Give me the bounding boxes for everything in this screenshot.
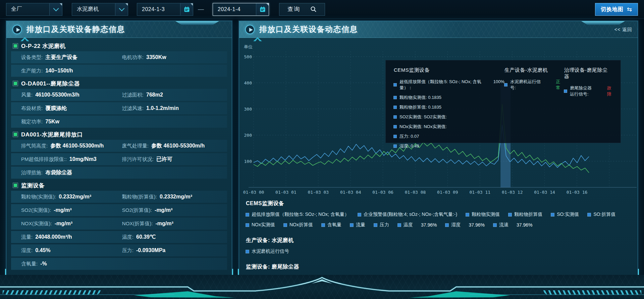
info-cell: 压力:-0.0930MPa xyxy=(122,247,227,254)
section-title: DA001-水泥磨尾排放口 xyxy=(21,131,83,138)
legend-label: NOx实测值 xyxy=(252,222,275,228)
legend-item[interactable]: SO:折算值 xyxy=(588,212,615,218)
field-label: 颗粒物(折算值): xyxy=(122,194,157,200)
field-value: 布袋除尘器 xyxy=(45,169,72,176)
legend-item[interactable]: 压力 xyxy=(374,222,389,228)
end-date-input[interactable]: 2024-1-4 xyxy=(213,3,269,16)
tooltip-item-value: 故障 xyxy=(607,85,612,97)
legend-square-icon xyxy=(322,224,325,227)
legend-label: 颗粒物实测值 xyxy=(472,212,500,218)
legend-item[interactable]: 企业预警值(颗粒物:4; sOz-; NOx-;含氧气量:-) xyxy=(358,212,457,218)
dashboard: 全厂 水泥磨机 2024-1-3 — 2024-1-4 xyxy=(0,0,644,299)
tooltip-column: 治理设备-磨尾除尘器磨尾除尘器运行信号:故障 xyxy=(564,67,612,136)
legend-item[interactable]: 流量 xyxy=(350,222,365,228)
legend-item[interactable]: 流速37.96% xyxy=(493,222,532,228)
info-cell: 颗粒物(实测值):0.2332mg/m³ xyxy=(21,194,122,200)
static-info-panel: 排放口及关联设备静态信息 O-P-22 水泥磨机设备类型:主要生产设备电机功率:… xyxy=(6,21,232,278)
info-row: 流量:24048.000m³/h温度:60.39℃ xyxy=(11,231,227,243)
info-cell: 过滤风速:1.0-1.2m/min xyxy=(122,105,227,112)
legend-item[interactable]: 颗粒物折算值 xyxy=(508,212,542,218)
info-row: 布袋材质:覆膜涤纶过滤风速:1.0-1.2m/min xyxy=(11,102,227,114)
legend-value: 37.96% xyxy=(517,222,532,228)
field-label: PM超低排排放限值:: xyxy=(21,156,67,163)
chevron-down-icon xyxy=(53,5,59,11)
tooltip-item-label: 湿度: 0.49 xyxy=(399,143,419,149)
production-device-group: 生产设备: 水泥磨机 水泥磨机运行信号 xyxy=(246,237,632,254)
legend-square-icon xyxy=(394,116,396,118)
x-tick-label: 01-03 11 xyxy=(469,190,490,195)
info-cell: 过滤面积:768m2 xyxy=(122,92,227,98)
field-value: 覆膜涤纶 xyxy=(45,105,67,112)
swap-arrows-icon: ⇆ xyxy=(627,6,632,13)
query-button-label: 查询 xyxy=(287,5,300,13)
legend-item[interactable]: 颗粒物实测值 xyxy=(466,212,500,218)
production-device-heading: 生产设备: 水泥磨机 xyxy=(246,237,632,244)
x-tick-label: 01-03 14 xyxy=(534,190,555,195)
info-cell: NOX(折算值):-mg/m³ xyxy=(122,221,227,227)
green-square-icon xyxy=(14,82,17,85)
info-row: 生产能力:140~150t/h xyxy=(11,65,227,77)
start-date-calendar-box[interactable] xyxy=(180,3,193,15)
legend-square-icon xyxy=(394,106,396,109)
legend-label: 企业预警值(颗粒物:4; sOz-; NOx-;含氧气量:-) xyxy=(364,212,457,218)
legend-item[interactable]: SO:实测值 xyxy=(551,212,579,218)
legend-item[interactable]: 温度37.96% xyxy=(398,222,437,228)
legend-item[interactable]: NOx折算值 xyxy=(284,222,313,228)
field-value: 768m2 xyxy=(146,92,163,98)
legend-label: 压力 xyxy=(380,222,389,228)
field-label: SO2(折算值): xyxy=(122,207,152,214)
dynamic-info-header: 排放口及关联设备动态信息 << 返回 xyxy=(239,21,638,38)
plant-select[interactable]: 全厂 xyxy=(6,3,62,16)
tooltip-item-value: 正常 xyxy=(556,79,564,91)
legend-item[interactable]: NOx实测值 xyxy=(246,222,275,228)
legend-item[interactable]: 含氧量 xyxy=(322,222,341,228)
back-link[interactable]: << 返回 xyxy=(614,27,632,33)
dynamic-info-panel: 排放口及关联设备动态信息 << 返回 单位10020030040050001-0… xyxy=(239,21,638,278)
tooltip-item: 水泥磨机运行信号:正常 xyxy=(504,79,564,91)
field-value: -mg/m³ xyxy=(156,221,173,227)
legend-item[interactable]: 水泥磨机运行信号 xyxy=(246,248,289,254)
device-select-value: 水泥磨机 xyxy=(72,6,115,13)
tooltip-column-title: 治理设备-磨尾除尘器 xyxy=(564,67,612,80)
legend-label: SO:折算值 xyxy=(593,212,615,218)
play-icon xyxy=(245,25,255,34)
legend-square-icon xyxy=(508,213,512,216)
legend-square-icon xyxy=(246,213,249,216)
info-row: 设备类型:主要生产设备电机功率:3350Kw xyxy=(11,51,227,63)
info-row: PM超低排排放限值::10mg/Nm3排污许可状况:已许可 xyxy=(11,153,227,165)
info-cell: 电机功率:3350Kw xyxy=(122,54,227,61)
legend-square-icon xyxy=(374,224,377,227)
info-cell: 设备类型:主要生产设备 xyxy=(21,54,122,61)
field-value: -mg/m³ xyxy=(55,221,72,227)
field-label: 额定功率: xyxy=(21,119,43,125)
field-label: 排污许可状况: xyxy=(122,156,154,163)
device-select[interactable]: 水泥磨机 xyxy=(72,3,128,16)
legend-item[interactable]: 超低排放限值（颗拉物:5: SOz-; NOx; 含氧量） xyxy=(246,212,349,218)
field-label: 含氧量: xyxy=(21,261,38,267)
y-tick-label: 500 xyxy=(244,54,252,59)
legend-item[interactable]: 湿度37.96% xyxy=(445,222,484,228)
device-select-dropdown-box[interactable] xyxy=(115,3,128,15)
end-date-value: 2024-1-4 xyxy=(213,6,256,12)
x-tick-label: 01-03 01 xyxy=(275,190,297,195)
start-date-input[interactable]: 2024-1-3 xyxy=(137,3,193,16)
end-date-calendar-box[interactable] xyxy=(256,3,269,15)
x-tick-label: 01-03 06 xyxy=(372,190,393,195)
legend-label: 温度 xyxy=(404,222,413,228)
switch-map-label: 切换地图 xyxy=(601,6,624,13)
info-row: SO2(实测值):-mg/m³SO2(折算值):-mg/m³ xyxy=(11,204,227,216)
field-label: 生产能力: xyxy=(21,68,43,74)
x-tick-label: 01-03 00 xyxy=(243,190,264,195)
info-row: 额定功率:75Kw xyxy=(11,116,227,128)
legend-square-icon xyxy=(284,224,287,227)
plant-select-dropdown-box[interactable] xyxy=(49,3,62,15)
monitor-device-heading: 监测设备: 磨尾除尘器 xyxy=(246,263,632,271)
query-button[interactable]: 查询 xyxy=(279,3,325,16)
tooltip-column-title: 生产设备-水泥磨机 xyxy=(504,67,564,73)
legend-square-icon xyxy=(564,90,567,93)
switch-map-button[interactable]: 切换地图 ⇆ xyxy=(595,3,638,16)
section-header: O-DA001--磨尾除尘器 xyxy=(10,78,228,89)
info-row: 排气筒高度:参数 46100-55300m/h废气处理量:参数 46100-55… xyxy=(11,140,227,152)
tooltip-item-label: 压力: 0.07 xyxy=(399,133,419,139)
info-row: NOX(实测值):-mg/m³NOX(折算值):-mg/m³ xyxy=(11,218,227,230)
